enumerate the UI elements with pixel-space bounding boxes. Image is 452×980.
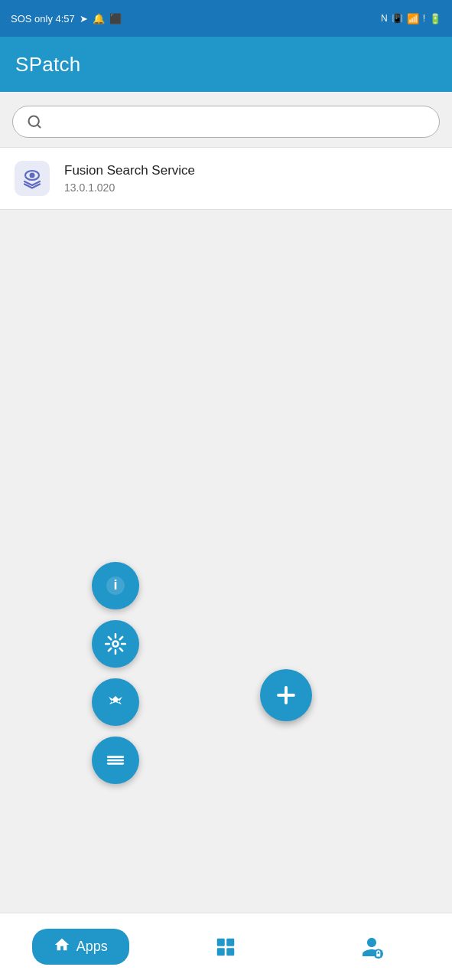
- notification-icon: 🔔: [93, 13, 105, 24]
- book-button[interactable]: [92, 678, 139, 726]
- wifi-icon: 📶: [407, 13, 419, 24]
- svg-rect-18: [227, 948, 235, 956]
- alert-icon: !: [423, 13, 425, 24]
- svg-rect-16: [227, 938, 235, 946]
- book-icon: [104, 691, 127, 714]
- bottom-nav: Apps: [0, 913, 452, 980]
- main-area: i: [0, 210, 452, 746]
- app-name: Fusion Search Service: [64, 163, 195, 178]
- svg-point-9: [118, 701, 120, 703]
- app-list: Fusion Search Service 13.0.1.020: [0, 147, 452, 210]
- svg-rect-2: [15, 161, 50, 196]
- fab-group: i: [92, 562, 139, 784]
- svg-rect-15: [217, 938, 225, 946]
- menu-button[interactable]: [92, 737, 139, 784]
- nav-apps[interactable]: Apps: [8, 929, 153, 965]
- svg-rect-20: [376, 953, 380, 956]
- fusion-icon: [15, 161, 50, 196]
- app-version: 13.0.1.020: [64, 181, 195, 194]
- svg-point-4: [30, 173, 35, 178]
- add-button[interactable]: [260, 669, 312, 721]
- vibrate-icon: 📳: [392, 13, 403, 24]
- search-input[interactable]: [50, 115, 425, 129]
- nfc-icon: N: [381, 13, 388, 24]
- search-container: [0, 92, 452, 147]
- app-bar: SPatch: [0, 37, 452, 92]
- status-right: N 📳 📶 ! 🔋: [381, 13, 441, 24]
- apps-label: Apps: [76, 939, 108, 955]
- grid-icon: [214, 936, 237, 959]
- profile-icon: [360, 936, 383, 959]
- svg-rect-17: [217, 948, 225, 956]
- app-info: Fusion Search Service 13.0.1.020: [64, 163, 195, 194]
- location-icon: ➤: [80, 13, 88, 24]
- settings-button[interactable]: [92, 620, 139, 668]
- svg-text:i: i: [113, 577, 117, 593]
- app-title: SPatch: [15, 53, 81, 77]
- status-bar: SOS only 4:57 ➤ 🔔 ⬛ N 📳 📶 ! 🔋: [0, 0, 452, 37]
- list-item[interactable]: Fusion Search Service 13.0.1.020: [0, 148, 452, 209]
- apps-button[interactable]: Apps: [32, 929, 129, 965]
- svg-point-7: [113, 642, 119, 647]
- info-button[interactable]: i: [92, 562, 139, 609]
- battery-icon: 🔋: [429, 13, 441, 24]
- search-bar[interactable]: [12, 106, 440, 138]
- svg-point-8: [112, 701, 114, 703]
- home-icon: [54, 936, 70, 957]
- app-icon: [12, 158, 52, 198]
- svg-line-1: [37, 125, 41, 128]
- status-left: SOS only 4:57 ➤ 🔔 ⬛: [11, 13, 122, 24]
- sos-text: SOS only 4:57: [11, 13, 75, 24]
- nav-grid[interactable]: [153, 936, 298, 959]
- screenshot-icon: ⬛: [109, 13, 122, 24]
- search-icon: [27, 114, 42, 129]
- nav-profile[interactable]: [299, 936, 444, 959]
